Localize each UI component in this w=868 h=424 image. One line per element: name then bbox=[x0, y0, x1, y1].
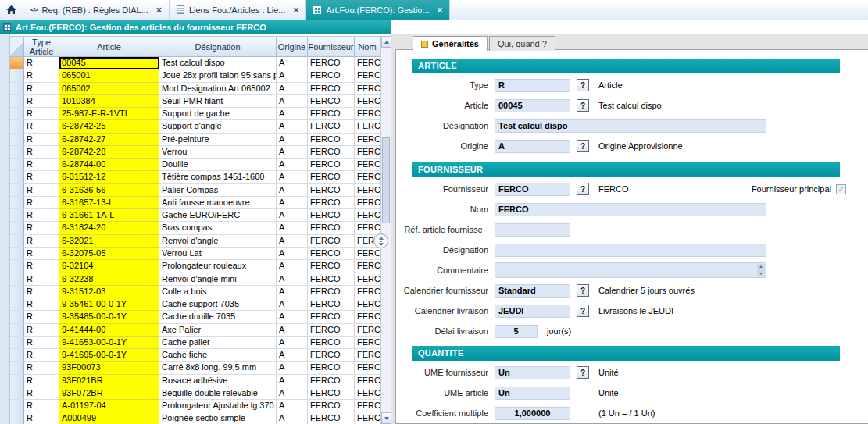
vertical-scrollbar[interactable] bbox=[380, 36, 391, 424]
table-row[interactable]: R00045Test calcul dispoAFERCOFERCO bbox=[10, 57, 380, 69]
cell-type-article[interactable]: R bbox=[24, 337, 59, 349]
row-header[interactable] bbox=[10, 387, 24, 400]
cell-designation[interactable]: Cache palier bbox=[159, 337, 277, 349]
table-row[interactable]: R9-41695-00-0-1YCache ficheAFERCOFERCO bbox=[10, 349, 380, 362]
cell-designation[interactable]: Carré 8x8 long. 99,5 mm bbox=[159, 362, 277, 374]
table-row[interactable]: R93F072BRBéquille double relevableAFERCO… bbox=[10, 387, 380, 400]
cell-origine[interactable]: A bbox=[277, 412, 308, 424]
table-row[interactable]: R6-31636-56Palier CompasAFERCOFERCO bbox=[10, 184, 380, 197]
tab-art-fou-ferco[interactable]: Art.Fou.(FERCO): Gestio... × bbox=[306, 0, 450, 20]
article-input[interactable]: 00045 bbox=[495, 99, 570, 112]
row-header[interactable] bbox=[10, 375, 24, 387]
row-header[interactable] bbox=[10, 83, 24, 95]
cell-fournisseur[interactable]: FERCO bbox=[308, 159, 355, 171]
cell-designation[interactable]: Palier Compas bbox=[159, 184, 277, 197]
cell-article[interactable]: 6-32075-05 bbox=[59, 248, 159, 260]
cell-nom[interactable]: FERCO bbox=[355, 95, 380, 108]
cell-origine[interactable]: A bbox=[277, 324, 308, 337]
help-lookup-button[interactable]: ? bbox=[577, 79, 589, 91]
row-header[interactable] bbox=[10, 248, 24, 260]
cell-designation[interactable]: Douille bbox=[159, 159, 277, 171]
cell-fournisseur[interactable]: FERCO bbox=[308, 311, 355, 323]
cell-designation[interactable]: Colle a bois bbox=[159, 286, 277, 298]
cell-origine[interactable]: A bbox=[277, 209, 308, 222]
row-header[interactable] bbox=[10, 184, 24, 197]
table-row[interactable]: R1010384Seuil PMR filantAFERCOFERCO bbox=[10, 95, 380, 108]
cell-article[interactable]: 6-31657-13-L bbox=[59, 197, 159, 209]
table-row[interactable]: R9-41653-00-0-1YCache palierAFERCOFERCO bbox=[10, 337, 380, 349]
cell-origine[interactable]: A bbox=[277, 83, 308, 95]
cell-article[interactable]: 065002 bbox=[59, 83, 159, 95]
cell-fournisseur[interactable]: FERCO bbox=[308, 273, 355, 286]
cell-article[interactable]: 25-987-E-R-1VTL bbox=[59, 108, 159, 120]
cell-fournisseur[interactable]: FERCO bbox=[308, 375, 355, 387]
cell-nom[interactable]: FERCO bbox=[355, 260, 380, 273]
row-header[interactable] bbox=[10, 235, 24, 248]
designation-article-input[interactable]: Test calcul dispo bbox=[495, 119, 766, 133]
cell-designation[interactable]: Verrou Lat bbox=[159, 248, 277, 260]
cell-fournisseur[interactable]: FERCO bbox=[308, 108, 355, 120]
cell-designation[interactable]: Gache EURO/FERC bbox=[159, 209, 277, 222]
cell-type-article[interactable]: R bbox=[24, 273, 59, 286]
table-row[interactable]: RA-01197-04Prolongateur Ajustable lg 370… bbox=[10, 400, 380, 412]
cell-fournisseur[interactable]: FERCO bbox=[308, 83, 355, 95]
cell-type-article[interactable]: R bbox=[24, 248, 59, 260]
cell-article[interactable]: 9-35485-00-0-1Y bbox=[59, 311, 159, 323]
cell-article[interactable]: 1010384 bbox=[59, 95, 159, 108]
cell-fournisseur[interactable]: FERCO bbox=[308, 337, 355, 349]
ume-article-input[interactable]: Un bbox=[495, 387, 570, 400]
coefficient-multiple-input[interactable]: 1,000000 bbox=[495, 407, 570, 420]
cell-designation[interactable]: Cache support 7035 bbox=[159, 298, 277, 311]
table-row[interactable]: R6-28742-28VerrouAFERCOFERCO bbox=[10, 146, 380, 159]
cell-type-article[interactable]: R bbox=[24, 184, 59, 197]
cell-nom[interactable]: FERCO bbox=[355, 146, 380, 159]
tab-qui-quand[interactable]: Qui, quand ? bbox=[489, 36, 555, 51]
cell-type-article[interactable]: R bbox=[24, 95, 59, 108]
table-row[interactable]: R6-28744-00DouilleAFERCOFERCO bbox=[10, 159, 380, 171]
table-row[interactable]: R6-31824-20Bras compasAFERCOFERCO bbox=[10, 222, 380, 234]
cell-article[interactable]: 9-41653-00-0-1Y bbox=[59, 337, 159, 349]
tab-liens-fou-articles[interactable]: Liens Fou./Articles : Lie... × bbox=[170, 0, 307, 20]
row-header[interactable] bbox=[10, 400, 24, 412]
tab-generalites[interactable]: Généralités bbox=[413, 36, 488, 51]
cell-article[interactable]: 6-32104 bbox=[59, 260, 159, 273]
row-header[interactable] bbox=[10, 209, 24, 222]
cell-nom[interactable]: FERCO bbox=[355, 311, 380, 323]
cell-origine[interactable]: A bbox=[277, 400, 308, 412]
cell-fournisseur[interactable]: FERCO bbox=[308, 260, 355, 273]
col-header-article[interactable]: Article bbox=[59, 37, 159, 57]
cell-designation[interactable]: Cache douille 7035 bbox=[159, 311, 277, 323]
cell-article[interactable]: 6-28742-28 bbox=[59, 146, 159, 159]
cell-fournisseur[interactable]: FERCO bbox=[308, 171, 355, 183]
row-header[interactable] bbox=[10, 159, 24, 171]
cell-type-article[interactable]: R bbox=[24, 298, 59, 311]
cell-article[interactable]: 6-31661-1A-L bbox=[59, 209, 159, 222]
cell-origine[interactable]: A bbox=[277, 159, 308, 171]
row-header[interactable] bbox=[10, 286, 24, 298]
cell-type-article[interactable]: R bbox=[24, 260, 59, 273]
cell-designation[interactable]: Béquille double relevable bbox=[159, 387, 277, 400]
cell-type-article[interactable]: R bbox=[24, 222, 59, 234]
cell-article[interactable]: 93F021BR bbox=[59, 375, 159, 387]
col-header-fournisseur[interactable]: Fournisseur bbox=[308, 37, 355, 57]
row-header[interactable] bbox=[10, 222, 24, 234]
cell-nom[interactable]: FERCO bbox=[355, 412, 380, 424]
table-row[interactable]: R9-41444-00Axe PalierAFERCOFERCO bbox=[10, 324, 380, 337]
cell-designation[interactable]: Axe Palier bbox=[159, 324, 277, 337]
row-header[interactable] bbox=[10, 311, 24, 323]
cell-fournisseur[interactable]: FERCO bbox=[308, 184, 355, 197]
row-header[interactable] bbox=[10, 108, 24, 120]
calendrier-livraison-input[interactable]: JEUDI bbox=[495, 305, 570, 318]
cell-origine[interactable]: A bbox=[277, 298, 308, 311]
cell-nom[interactable]: FERCO bbox=[355, 83, 380, 95]
cell-origine[interactable]: A bbox=[277, 311, 308, 323]
cell-article[interactable]: 065001 bbox=[59, 69, 159, 82]
cell-type-article[interactable]: R bbox=[24, 311, 59, 323]
cell-fournisseur[interactable]: FERCO bbox=[308, 324, 355, 337]
cell-origine[interactable]: A bbox=[277, 349, 308, 362]
table-row[interactable]: R6-28742-25Support d'angleAFERCOFERCO bbox=[10, 120, 380, 133]
help-lookup-button[interactable]: ? bbox=[577, 183, 589, 195]
cell-origine[interactable]: A bbox=[277, 120, 308, 133]
cell-article[interactable]: 6-28744-00 bbox=[59, 159, 159, 171]
close-icon[interactable]: × bbox=[293, 5, 298, 15]
